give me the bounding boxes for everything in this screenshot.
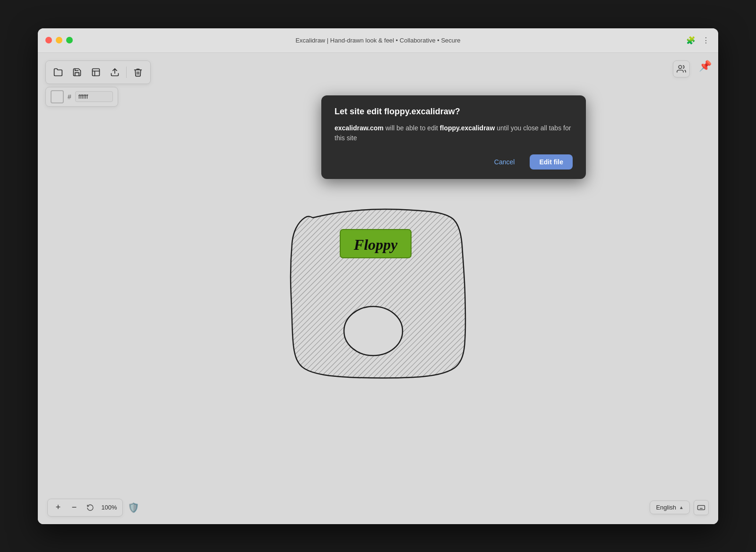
menu-icon[interactable]: ⋮ [701,35,711,45]
dialog-title: Let site edit floppy.excalidraw? [335,107,573,117]
extensions-icon[interactable]: 🧩 [686,35,696,45]
title-bar-actions: 🧩 ⋮ [686,35,711,45]
edit-file-button[interactable]: Edit file [530,154,573,170]
browser-window: Excalidraw | Hand-drawn look & feel • Co… [38,28,718,524]
dialog-filename: floppy.excalidraw [440,124,495,132]
app-area: # 📌 Floppy [38,53,718,524]
traffic-lights [45,37,73,43]
dialog-actions: Cancel Edit file [335,154,573,170]
cancel-button[interactable]: Cancel [485,154,524,170]
dialog-domain: excalidraw.com [335,124,384,132]
permission-dialog: Let site edit floppy.excalidraw? excalid… [321,95,586,179]
close-button[interactable] [45,37,52,43]
title-bar: Excalidraw | Hand-drawn look & feel • Co… [38,28,718,53]
maximize-button[interactable] [66,37,73,43]
page-title: Excalidraw | Hand-drawn look & feel • Co… [295,37,460,44]
dialog-body: excalidraw.com will be able to edit flop… [335,123,573,143]
pin-icon: 📌 [696,57,714,76]
minimize-button[interactable] [56,37,62,43]
